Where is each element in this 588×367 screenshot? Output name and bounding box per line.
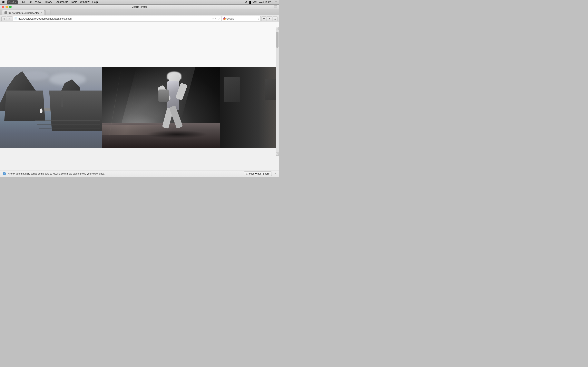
mac-menubar: ⌘ Firefox File Edit View History Bookmar… [0, 0, 279, 4]
tab-favicon [4, 11, 7, 14]
search-input[interactable] [226, 17, 257, 20]
close-button[interactable] [2, 6, 4, 8]
back-button[interactable]: ◀ [1, 16, 6, 21]
partial-photo [220, 67, 279, 148]
menubar-right-icons: ⊛ ▐▌ 90% Wed 11:22 ⌕ ☰ [245, 1, 277, 4]
scrollbar-thumb[interactable] [276, 32, 278, 48]
tab-test3[interactable]: file:///Users/Ja.../site/test3.html ✕ [2, 10, 45, 15]
clock: Wed 11:22 [259, 1, 271, 4]
extra-nav-buttons: ★ ⬇ ⌂ [261, 16, 277, 21]
battery-icon: ▐▌ 90% [249, 1, 257, 3]
navigation-bar: ◀ ▶ 📄 ☆ ▼ ↺ G ⌕ ★ ⬇ ⌂ [0, 15, 279, 22]
address-bar[interactable]: 📄 ☆ ▼ ↺ [13, 16, 221, 21]
notification-info-icon: i [3, 172, 6, 175]
menu-edit[interactable]: Edit [28, 0, 32, 4]
titlebar: Mozilla Firefox ⤢ [0, 5, 279, 9]
notification-icon: ☰ [275, 1, 277, 4]
notification-bar: i Firefox automatically sends some data … [0, 170, 279, 177]
tab-close-icon[interactable]: ✕ [40, 12, 42, 14]
search-icon[interactable]: ⌕ [272, 1, 274, 4]
google-logo: G [223, 17, 226, 20]
forward-button[interactable]: ▶ [7, 16, 12, 21]
notification-text: Firefox automatically sends some data to… [8, 172, 242, 175]
home-button[interactable]: ⌂ [273, 16, 277, 21]
minimize-button[interactable] [6, 6, 8, 8]
browser-content: i Firefox automatically sends some data … [0, 22, 279, 177]
maximize-button[interactable] [9, 6, 12, 8]
tabs-bar: file:///Users/Ja.../site/test3.html ✕ + [0, 9, 279, 15]
window-title: Mozilla Firefox [131, 6, 147, 8]
choose-what-share-button[interactable]: Choose What I Share [244, 171, 272, 176]
address-input[interactable] [18, 17, 211, 20]
expand-button[interactable]: ⤢ [274, 6, 277, 8]
scrollbar-up-arrow[interactable]: ▲ [276, 27, 279, 30]
notification-close-icon[interactable]: × [275, 172, 276, 175]
search-submit-icon[interactable]: ⌕ [258, 17, 259, 20]
bookmark-star-icon[interactable]: ☆ [212, 17, 214, 20]
menu-file[interactable]: File [21, 0, 25, 4]
download-button[interactable]: ⬇ [267, 16, 272, 21]
wifi-icon: ⊛ [245, 1, 247, 4]
window-controls [2, 6, 12, 8]
new-tab-button[interactable]: + [45, 10, 51, 15]
address-lock-icon: 📄 [14, 17, 17, 20]
scrollbar-down-arrow[interactable]: ▼ [276, 152, 279, 156]
scrollbar-track [276, 27, 279, 154]
harbour-photo [0, 67, 102, 148]
running-child-photo [102, 67, 220, 148]
tab-label: file:///Users/Ja.../site/test3.html [9, 12, 39, 14]
toolbar-button-1[interactable]: ★ [261, 16, 267, 21]
page-top-space [0, 22, 279, 67]
menu-view[interactable]: View [35, 0, 41, 4]
menu-history[interactable]: History [44, 0, 52, 4]
menu-window[interactable]: Window [80, 0, 89, 4]
star-second-icon[interactable]: ▼ [215, 17, 217, 20]
menu-tools[interactable]: Tools [71, 0, 77, 4]
firefox-window: Mozilla Firefox ⤢ file:///Users/Ja.../si… [0, 4, 279, 177]
search-bar[interactable]: G ⌕ [222, 16, 261, 21]
photos-row [0, 67, 279, 148]
menu-firefox[interactable]: Firefox [7, 0, 18, 4]
menu-bookmarks[interactable]: Bookmarks [55, 0, 68, 4]
reload-icon[interactable]: ↺ [218, 17, 220, 20]
menu-help[interactable]: Help [92, 0, 98, 4]
apple-logo: ⌘ [2, 0, 5, 4]
